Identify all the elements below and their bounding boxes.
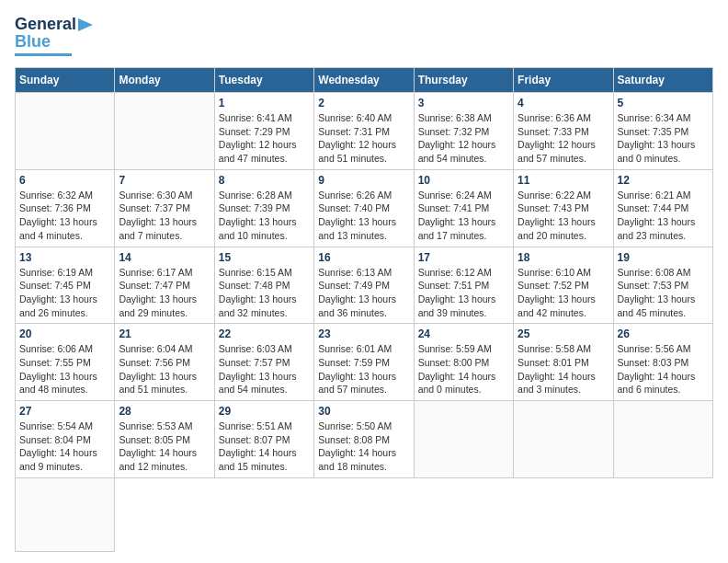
day-info: Sunrise: 6:22 AM Sunset: 7:43 PM Dayligh… xyxy=(518,189,609,243)
day-info: Sunrise: 6:04 AM Sunset: 7:56 PM Dayligh… xyxy=(119,342,210,396)
day-info: Sunrise: 6:21 AM Sunset: 7:44 PM Dayligh… xyxy=(618,189,709,243)
calendar-day: 17Sunrise: 6:12 AM Sunset: 7:51 PM Dayli… xyxy=(414,247,513,324)
day-info: Sunrise: 5:58 AM Sunset: 8:01 PM Dayligh… xyxy=(518,342,609,396)
day-number: 7 xyxy=(119,174,210,187)
day-number: 1 xyxy=(219,97,310,109)
day-number: 9 xyxy=(318,174,409,187)
day-number: 24 xyxy=(418,327,509,340)
calendar-row: 6Sunrise: 6:32 AM Sunset: 7:36 PM Daylig… xyxy=(16,169,713,247)
day-number: 10 xyxy=(418,174,509,187)
calendar-day xyxy=(514,401,613,478)
weekday-header-friday: Friday xyxy=(514,68,613,93)
weekday-header-row: SundayMondayTuesdayWednesdayThursdayFrid… xyxy=(16,68,713,93)
weekday-header-thursday: Thursday xyxy=(414,68,513,93)
calendar-row xyxy=(16,477,713,551)
day-info: Sunrise: 6:01 AM Sunset: 7:59 PM Dayligh… xyxy=(318,342,409,396)
day-info: Sunrise: 6:34 AM Sunset: 7:35 PM Dayligh… xyxy=(618,111,709,166)
day-number: 28 xyxy=(119,405,210,418)
calendar-day: 12Sunrise: 6:21 AM Sunset: 7:44 PM Dayli… xyxy=(613,169,712,247)
calendar-day: 24Sunrise: 5:59 AM Sunset: 8:00 PM Dayli… xyxy=(414,324,513,401)
calendar-day: 8Sunrise: 6:28 AM Sunset: 7:39 PM Daylig… xyxy=(214,169,313,247)
svg-marker-0 xyxy=(78,18,93,31)
day-number: 27 xyxy=(19,405,110,418)
day-info: Sunrise: 6:41 AM Sunset: 7:29 PM Dayligh… xyxy=(219,111,310,166)
logo: General Blue xyxy=(15,15,93,56)
logo-underline xyxy=(15,53,72,56)
calendar-day: 20Sunrise: 6:06 AM Sunset: 7:55 PM Dayli… xyxy=(16,324,115,401)
calendar-day: 28Sunrise: 5:53 AM Sunset: 8:05 PM Dayli… xyxy=(115,401,214,478)
calendar-day xyxy=(16,477,115,551)
page-header: General Blue xyxy=(15,15,713,56)
day-number: 6 xyxy=(19,174,110,187)
day-info: Sunrise: 6:28 AM Sunset: 7:39 PM Dayligh… xyxy=(219,189,310,243)
day-info: Sunrise: 6:38 AM Sunset: 7:32 PM Dayligh… xyxy=(418,111,509,166)
day-number: 22 xyxy=(219,327,310,340)
calendar-day xyxy=(414,401,513,478)
day-number: 11 xyxy=(518,174,609,187)
calendar-day: 6Sunrise: 6:32 AM Sunset: 7:36 PM Daylig… xyxy=(16,169,115,247)
day-info: Sunrise: 6:06 AM Sunset: 7:55 PM Dayligh… xyxy=(19,342,110,396)
weekday-header-wednesday: Wednesday xyxy=(314,68,414,93)
calendar-day: 11Sunrise: 6:22 AM Sunset: 7:43 PM Dayli… xyxy=(514,169,613,247)
day-info: Sunrise: 6:24 AM Sunset: 7:41 PM Dayligh… xyxy=(418,189,509,243)
day-number: 14 xyxy=(119,251,210,264)
day-number: 16 xyxy=(318,251,409,264)
calendar-day: 3Sunrise: 6:38 AM Sunset: 7:32 PM Daylig… xyxy=(414,93,513,170)
weekday-header-sunday: Sunday xyxy=(16,68,115,93)
day-info: Sunrise: 5:50 AM Sunset: 8:08 PM Dayligh… xyxy=(318,419,409,474)
day-number: 19 xyxy=(618,251,709,264)
weekday-header-tuesday: Tuesday xyxy=(214,68,313,93)
calendar-row: 13Sunrise: 6:19 AM Sunset: 7:45 PM Dayli… xyxy=(16,247,713,324)
day-number: 25 xyxy=(518,327,609,340)
day-info: Sunrise: 6:36 AM Sunset: 7:33 PM Dayligh… xyxy=(518,111,609,166)
calendar-row: 27Sunrise: 5:54 AM Sunset: 8:04 PM Dayli… xyxy=(16,401,713,478)
day-info: Sunrise: 6:26 AM Sunset: 7:40 PM Dayligh… xyxy=(318,189,409,243)
calendar-row: 1Sunrise: 6:41 AM Sunset: 7:29 PM Daylig… xyxy=(16,93,713,170)
day-info: Sunrise: 5:59 AM Sunset: 8:00 PM Dayligh… xyxy=(418,342,509,396)
day-number: 29 xyxy=(219,405,310,418)
day-info: Sunrise: 6:13 AM Sunset: 7:49 PM Dayligh… xyxy=(318,266,409,320)
day-info: Sunrise: 6:12 AM Sunset: 7:51 PM Dayligh… xyxy=(418,266,509,320)
calendar-day: 13Sunrise: 6:19 AM Sunset: 7:45 PM Dayli… xyxy=(16,247,115,324)
weekday-header-monday: Monday xyxy=(115,68,214,93)
day-info: Sunrise: 6:08 AM Sunset: 7:53 PM Dayligh… xyxy=(618,266,709,320)
day-info: Sunrise: 6:30 AM Sunset: 7:37 PM Dayligh… xyxy=(119,189,210,243)
day-info: Sunrise: 5:51 AM Sunset: 8:07 PM Dayligh… xyxy=(219,419,310,474)
calendar-day: 2Sunrise: 6:40 AM Sunset: 7:31 PM Daylig… xyxy=(314,93,414,170)
calendar-day: 16Sunrise: 6:13 AM Sunset: 7:49 PM Dayli… xyxy=(314,247,414,324)
day-number: 20 xyxy=(19,327,110,340)
day-info: Sunrise: 6:17 AM Sunset: 7:47 PM Dayligh… xyxy=(119,266,210,320)
calendar-day: 25Sunrise: 5:58 AM Sunset: 8:01 PM Dayli… xyxy=(514,324,613,401)
calendar-day: 15Sunrise: 6:15 AM Sunset: 7:48 PM Dayli… xyxy=(214,247,313,324)
day-number: 15 xyxy=(219,251,310,264)
day-info: Sunrise: 5:53 AM Sunset: 8:05 PM Dayligh… xyxy=(119,419,210,474)
calendar-day: 7Sunrise: 6:30 AM Sunset: 7:37 PM Daylig… xyxy=(115,169,214,247)
day-info: Sunrise: 5:56 AM Sunset: 8:03 PM Dayligh… xyxy=(618,342,709,396)
calendar-table: SundayMondayTuesdayWednesdayThursdayFrid… xyxy=(15,67,713,552)
logo-blue-text: Blue xyxy=(15,32,51,51)
day-info: Sunrise: 6:32 AM Sunset: 7:36 PM Dayligh… xyxy=(19,189,110,243)
day-number: 21 xyxy=(119,327,210,340)
weekday-header-saturday: Saturday xyxy=(613,68,712,93)
calendar-day: 21Sunrise: 6:04 AM Sunset: 7:56 PM Dayli… xyxy=(115,324,214,401)
day-number: 13 xyxy=(19,251,110,264)
calendar-day: 14Sunrise: 6:17 AM Sunset: 7:47 PM Dayli… xyxy=(115,247,214,324)
logo-general-text: General xyxy=(15,15,76,34)
day-number: 30 xyxy=(318,405,409,418)
calendar-day: 9Sunrise: 6:26 AM Sunset: 7:40 PM Daylig… xyxy=(314,169,414,247)
day-number: 8 xyxy=(219,174,310,187)
day-number: 4 xyxy=(518,97,609,109)
calendar-day: 23Sunrise: 6:01 AM Sunset: 7:59 PM Dayli… xyxy=(314,324,414,401)
logo-arrow-icon xyxy=(78,18,93,31)
day-number: 5 xyxy=(618,97,709,109)
day-info: Sunrise: 6:19 AM Sunset: 7:45 PM Dayligh… xyxy=(19,266,110,320)
calendar-day: 22Sunrise: 6:03 AM Sunset: 7:57 PM Dayli… xyxy=(214,324,313,401)
calendar-row: 20Sunrise: 6:06 AM Sunset: 7:55 PM Dayli… xyxy=(16,324,713,401)
day-number: 12 xyxy=(618,174,709,187)
day-info: Sunrise: 6:40 AM Sunset: 7:31 PM Dayligh… xyxy=(318,111,409,166)
calendar-day xyxy=(115,93,214,170)
calendar-day xyxy=(613,401,712,478)
calendar-day: 27Sunrise: 5:54 AM Sunset: 8:04 PM Dayli… xyxy=(16,401,115,478)
day-number: 18 xyxy=(518,251,609,264)
day-number: 17 xyxy=(418,251,509,264)
